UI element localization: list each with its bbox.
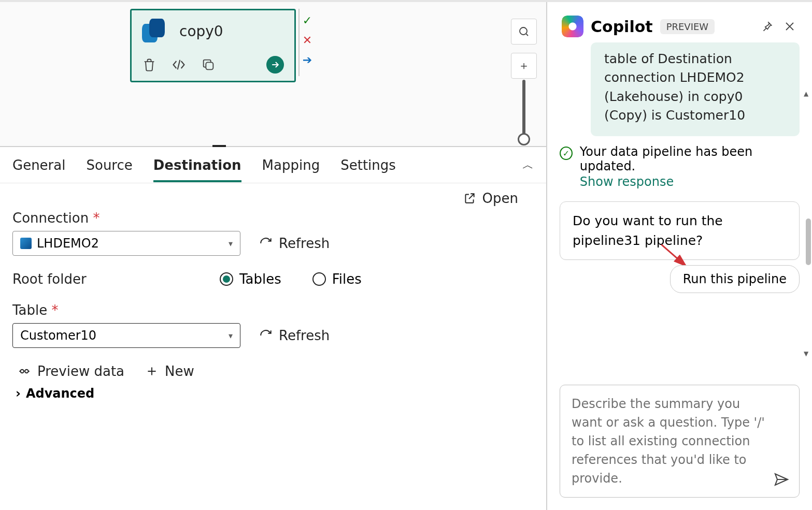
run-pipeline-button[interactable]: Run this pipeline (670, 265, 800, 293)
tab-mapping[interactable]: Mapping (262, 148, 320, 182)
copilot-panel: Copilot PREVIEW table of Destination con… (547, 2, 812, 510)
pipeline-canvas[interactable]: copy0 (0, 2, 546, 147)
success-check-icon: ✓ (560, 147, 573, 160)
scroll-up-icon[interactable]: ▲ (804, 90, 808, 97)
open-label: Open (482, 191, 518, 206)
code-icon[interactable] (171, 57, 187, 72)
new-label: New (165, 363, 194, 379)
refresh-label: Refresh (279, 236, 330, 251)
lakehouse-icon (20, 238, 32, 249)
chevron-down-icon: ▾ (229, 239, 233, 249)
copilot-input[interactable]: Describe the summary you want or ask a q… (560, 385, 800, 498)
connection-label: Connection (12, 210, 99, 226)
success-port-icon[interactable]: ✓ (302, 15, 313, 26)
copilot-input-placeholder: Describe the summary you want or ask a q… (572, 395, 767, 488)
advanced-toggle[interactable]: › Advanced (12, 386, 534, 401)
copy-activity-icon (142, 19, 167, 43)
table-dropdown[interactable]: Customer10 ▾ (12, 323, 240, 348)
status-text: Your data pipeline has been updated. (580, 144, 752, 173)
root-folder-label: Root folder (12, 271, 189, 287)
root-files-label: Files (332, 271, 362, 287)
tab-source[interactable]: Source (86, 148, 132, 182)
svg-point-1 (520, 27, 527, 35)
chevron-down-icon: ▾ (229, 331, 233, 341)
run-label: Run this pipeline (683, 272, 787, 286)
assistant-message-text: table of Destination connection LHDEMO2 … (604, 51, 745, 123)
close-icon[interactable] (782, 19, 797, 34)
question-text: Do you want to run the pipeline31 pipeli… (573, 213, 723, 248)
refresh-table-button[interactable]: Refresh (259, 328, 330, 343)
zoom-slider-thumb[interactable] (518, 133, 530, 145)
copilot-title: Copilot (591, 18, 653, 36)
connection-value: LHDEMO2 (37, 236, 99, 251)
refresh-label: Refresh (279, 328, 330, 343)
completion-port-icon[interactable]: ➔ (302, 54, 313, 66)
copilot-assistant-message: table of Destination connection LHDEMO2 … (591, 42, 800, 136)
preview-label: Preview data (37, 363, 124, 379)
scroll-thumb[interactable] (806, 218, 811, 265)
open-connection-button[interactable]: Open (463, 191, 518, 206)
advanced-label: Advanced (26, 386, 94, 401)
fail-port-icon[interactable]: ✕ (302, 35, 313, 46)
copilot-scrollbar[interactable]: ▲ ▼ (805, 99, 811, 348)
tab-settings[interactable]: Settings (340, 148, 396, 182)
connection-dropdown[interactable]: LHDEMO2 ▾ (12, 231, 240, 256)
copilot-question-bubble: Do you want to run the pipeline31 pipeli… (560, 201, 800, 260)
canvas-add-button[interactable]: ＋ (511, 53, 537, 79)
root-tables-label: Tables (239, 271, 281, 287)
clone-icon[interactable] (201, 57, 216, 72)
activity-node-copy0[interactable]: copy0 (130, 9, 296, 82)
collapse-properties-icon[interactable]: ︿ (522, 157, 534, 173)
canvas-search-button[interactable] (511, 19, 537, 45)
activity-node-title: copy0 (179, 23, 223, 40)
show-response-link[interactable]: Show response (580, 174, 800, 189)
svg-point-3 (25, 370, 29, 373)
svg-rect-0 (206, 62, 213, 69)
pin-icon[interactable] (759, 19, 775, 34)
refresh-connection-button[interactable]: Refresh (259, 236, 330, 251)
run-activity-icon[interactable] (266, 56, 284, 74)
root-folder-tables-radio[interactable]: Tables (220, 271, 281, 287)
copilot-logo-icon (562, 16, 583, 37)
zoom-slider[interactable] (522, 80, 525, 139)
new-table-button[interactable]: New (145, 363, 194, 379)
table-value: Customer10 (20, 328, 96, 343)
properties-tabs: General Source Destination Mapping Setti… (0, 147, 546, 183)
scroll-down-icon[interactable]: ▼ (804, 350, 808, 357)
preview-data-button[interactable]: Preview data (18, 363, 124, 379)
copilot-status: ✓ Your data pipeline has been updated. S… (560, 144, 800, 189)
tab-destination[interactable]: Destination (153, 148, 241, 182)
svg-point-2 (20, 370, 24, 373)
radio-off-icon (312, 272, 326, 286)
tab-top-indicator (212, 145, 226, 147)
preview-badge: PREVIEW (660, 19, 715, 34)
chevron-right-icon: › (16, 386, 21, 401)
activity-output-ports: ✓ ✕ ➔ (298, 9, 313, 76)
properties-panel: Open Connection LHDEMO2 ▾ Refresh Root f… (0, 183, 546, 510)
radio-on-icon (220, 272, 233, 286)
tab-general[interactable]: General (12, 148, 65, 182)
root-folder-files-radio[interactable]: Files (312, 271, 362, 287)
table-label: Table (12, 302, 59, 318)
delete-icon[interactable] (142, 57, 156, 72)
send-icon[interactable] (773, 471, 790, 490)
